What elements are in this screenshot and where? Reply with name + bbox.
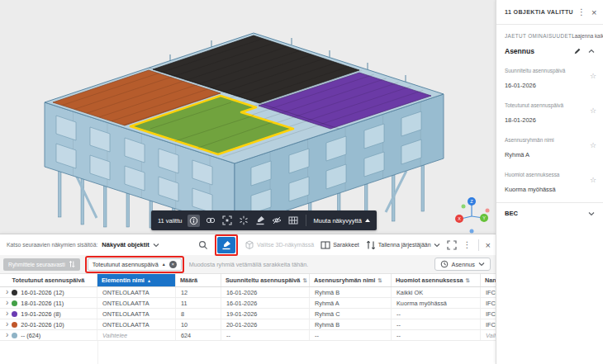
table-row[interactable]: ›-- (624) Vaihtelee 624 -- -- -- Vaih bbox=[0, 330, 496, 341]
element-name-cell: ONTELOLAATTA bbox=[97, 287, 176, 297]
table-row[interactable]: ›16-01-2026 (12) ONTELOLAATTA 12 16-01-2… bbox=[0, 287, 496, 298]
favorite-star-icon[interactable]: ☆ bbox=[586, 72, 596, 80]
preset-dropdown[interactable]: Asennus bbox=[434, 258, 491, 271]
gizmo-minor-axis-dot[interactable] bbox=[470, 229, 474, 234]
notes-cell: Kuorma myöhässä bbox=[392, 298, 481, 308]
row-color-dot bbox=[12, 322, 17, 328]
explode-icon[interactable] bbox=[237, 215, 249, 227]
expand-chevron-icon[interactable]: › bbox=[6, 331, 8, 339]
planned-date-cell: 16-01-2026 bbox=[221, 287, 310, 297]
gizmo-minor-axis-dot[interactable] bbox=[486, 209, 490, 213]
scope-dropdown[interactable]: Näkyvät objektit bbox=[102, 241, 159, 248]
clock-icon bbox=[440, 260, 449, 268]
property-value: Ryhmä A bbox=[505, 151, 529, 158]
planned-date-cell: 19-01-2026 bbox=[221, 309, 310, 319]
save-to-organizer-label: Tallenna järjestäjään bbox=[378, 242, 431, 248]
table-row[interactable]: ›19-01-2026 (8) ONTELOLAATTA 8 19-01-202… bbox=[0, 309, 496, 319]
selection-title: 11 OBJEKTIA VALITTU bbox=[505, 9, 573, 15]
chevron-up-icon bbox=[365, 219, 370, 222]
team-cell: -- bbox=[310, 330, 392, 340]
planned-date-cell: 20-01-2026 bbox=[221, 319, 310, 329]
assign-color-button[interactable] bbox=[217, 237, 235, 253]
more-options-button[interactable]: ⋮ bbox=[463, 240, 472, 249]
header-toteutunut-asennuspaiva[interactable]: Toteutunut asennuspäivä bbox=[0, 274, 97, 286]
element-name-cell: ONTELOLAATTA bbox=[97, 298, 176, 308]
group-chip-label: Toteutunut asennuspäivä bbox=[93, 261, 159, 268]
save-to-organizer-button[interactable]: Tallenna järjestäjään bbox=[366, 240, 440, 250]
sort-icon: ⇅ bbox=[302, 277, 306, 284]
search-icon bbox=[198, 240, 208, 250]
close-panel-button[interactable]: × bbox=[486, 240, 491, 250]
change-visibility-label: Muuta näkyvyyttä bbox=[313, 217, 361, 225]
name-cell: IFCE bbox=[481, 309, 496, 319]
table-row[interactable]: ›20-01-2026 (10) ONTELOLAATTA 10 20-01-2… bbox=[0, 319, 496, 330]
search-button[interactable] bbox=[198, 240, 208, 250]
property-row: Huomiot asennuksessa Kuorma myöhässä ☆ bbox=[496, 163, 603, 197]
table-row[interactable]: ›18-01-2026 (11) ONTELOLAATTA 11 16-01-2… bbox=[0, 298, 496, 309]
fullscreen-button[interactable] bbox=[447, 240, 457, 250]
property-label: Suunniteltu asennuspäivä bbox=[505, 68, 565, 73]
select-in-3d-label: Valitse 3D-näkymässä bbox=[257, 242, 314, 248]
selection-toolbar: 11 valittu Muuta näkyvyyttä bbox=[151, 210, 377, 230]
assign-color-icon[interactable] bbox=[254, 215, 266, 227]
expand-chevron-icon[interactable]: › bbox=[6, 299, 8, 307]
favorite-star-icon[interactable]: ☆ bbox=[586, 141, 596, 149]
close-panel-button[interactable]: × bbox=[590, 7, 598, 17]
count-cell: 12 bbox=[176, 287, 221, 297]
name-cell: Vaih bbox=[481, 330, 496, 340]
gizmo-minor-axis-dot[interactable] bbox=[462, 205, 466, 209]
select-in-3d-button[interactable]: Valitse 3D-näkymässä bbox=[245, 240, 314, 250]
hide-icon[interactable] bbox=[270, 215, 283, 227]
favorite-star-icon[interactable]: ☆ bbox=[586, 106, 596, 115]
gizmo-x-label[interactable]: X bbox=[458, 216, 461, 221]
group-by-button[interactable]: Ryhmittele seuraavasti bbox=[3, 258, 80, 271]
remove-chip-icon[interactable]: × bbox=[169, 261, 177, 268]
select-similar-icon[interactable] bbox=[204, 215, 216, 227]
annotation-box-assign-color bbox=[215, 234, 238, 256]
header-suunniteltu-asennuspaiva[interactable]: Suunniteltu asennuspäivä⇅ bbox=[221, 274, 310, 286]
notes-cell: -- bbox=[392, 309, 481, 319]
expand-chevron-icon[interactable]: › bbox=[6, 288, 8, 296]
sort-arrows-icon bbox=[69, 260, 75, 268]
element-name-cell: Vaihtelee bbox=[97, 330, 176, 340]
annotation-box-group-chip: Toteutunut asennuspäivä ▲ × bbox=[85, 256, 184, 273]
favorite-star-icon[interactable]: ☆ bbox=[586, 176, 596, 184]
chevron-up-icon[interactable] bbox=[588, 49, 595, 54]
chevron-down-icon[interactable] bbox=[588, 211, 595, 216]
planned-date-cell: -- bbox=[221, 330, 310, 340]
team-cell: Ryhmä B bbox=[310, 287, 392, 297]
section-bec-header[interactable]: BEC bbox=[496, 202, 603, 224]
expand-chevron-icon[interactable]: › bbox=[6, 320, 8, 329]
gizmo-y-label[interactable]: Y bbox=[482, 215, 486, 220]
group-chip[interactable]: Toteutunut asennuspäivä ▲ × bbox=[88, 258, 182, 271]
change-visibility-button[interactable]: Muuta näkyvyyttä bbox=[313, 217, 369, 225]
sort-ascending-icon[interactable]: ▲ bbox=[162, 262, 166, 267]
section-title: BEC bbox=[505, 210, 588, 217]
edit-pencil-icon[interactable] bbox=[573, 47, 582, 55]
section-box-icon[interactable] bbox=[287, 215, 299, 227]
property-row: Asennusryhmän nimi Ryhmä A ☆ bbox=[496, 128, 603, 163]
building-3d-model[interactable] bbox=[18, 10, 474, 231]
zoom-to-selection-icon[interactable] bbox=[221, 215, 233, 227]
preset-label: Asennus bbox=[452, 261, 475, 268]
grouping-bar: Ryhmittele seuraavasti Toteutunut asennu… bbox=[0, 255, 496, 274]
row-color-dot bbox=[12, 311, 17, 317]
row-color-dot bbox=[12, 300, 17, 306]
more-options-button[interactable]: ⋮ bbox=[573, 7, 590, 17]
element-name-cell: ONTELOLAATTA bbox=[97, 309, 176, 319]
header-asennusryhman-nimi[interactable]: Asennusryhmän nimi⇅ bbox=[310, 274, 392, 286]
header-elementin-nimi[interactable]: Elementin nimi▲ bbox=[97, 274, 176, 286]
columns-icon bbox=[320, 240, 330, 250]
expand-all-link[interactable]: Laajenna kaikki bbox=[572, 33, 603, 39]
info-icon[interactable] bbox=[188, 215, 200, 227]
header-maara[interactable]: Määrä bbox=[176, 274, 221, 286]
axis-gizmo[interactable]: Z X Y bbox=[453, 193, 490, 236]
expand-chevron-icon[interactable]: › bbox=[6, 310, 8, 318]
columns-button[interactable]: Sarakkeet bbox=[320, 240, 359, 250]
assign-color-icon bbox=[221, 240, 231, 250]
header-name[interactable]: Nan bbox=[481, 274, 496, 286]
group-cell: ›20-01-2026 (10) bbox=[0, 319, 97, 329]
header-huomiot-asennuksessa[interactable]: Huomiot asennuksessa⇅ bbox=[392, 274, 481, 286]
section-asennus-header[interactable]: Asennus bbox=[496, 42, 603, 59]
sort-icon: ⇅ bbox=[466, 277, 470, 284]
